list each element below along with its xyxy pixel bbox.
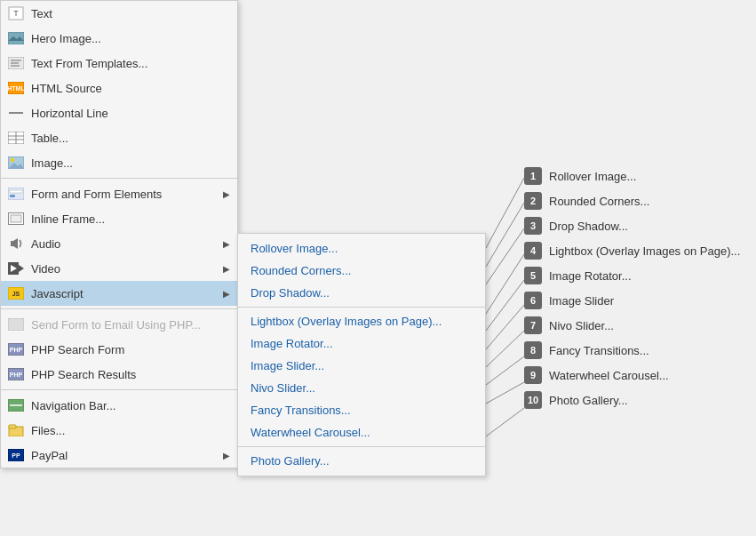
svg-rect-20 [10,195,15,197]
menu-item-form[interactable]: Form and Form Elements ▶ [1,181,237,206]
javascript-label: Javascript [31,287,223,300]
menu-item-video[interactable]: Video ▶ [1,256,237,281]
files-icon [6,421,26,439]
svg-line-40 [486,178,524,248]
nav-bar-label: Navigation Bar... [31,399,230,412]
submenu-image-rotator[interactable]: Image Rotator... [238,332,485,355]
hero-image-icon [6,29,26,47]
svg-rect-19 [10,190,22,193]
tooltip-item-8: 8Fancy Transitions... [524,341,740,359]
tooltip-label-6: Image Slider [549,294,614,308]
audio-icon [6,235,26,252]
tooltip-badge-2: 2 [524,192,542,210]
menu-item-horizontal-line[interactable]: Horizontal Line [1,100,237,125]
tooltip-badge-6: 6 [524,292,542,309]
menu-item-image[interactable]: Image... [1,150,237,175]
svg-rect-18 [8,188,24,200]
paypal-label: PayPal [31,449,223,462]
video-icon [6,260,26,277]
menu-item-php-search[interactable]: PHP PHP Search Form [1,337,237,362]
javascript-arrow: ▶ [223,289,230,299]
menu-item-audio[interactable]: Audio ▶ [1,231,237,256]
tooltip-badge-9: 9 [524,366,542,384]
audio-label: Audio [31,237,223,251]
submenu-waterwheel[interactable]: Waterwheel Carousel... [238,421,485,444]
form-icon [6,185,26,203]
tooltip-item-3: 3Drop Shadow... [524,217,740,235]
audio-arrow: ▶ [223,239,230,249]
submenu-divider-1 [238,307,485,308]
tooltip-label-3: Drop Shadow... [549,220,628,233]
svg-marker-25 [19,265,24,272]
menu-item-text-templates[interactable]: Text From Templates... [1,51,237,76]
submenu-drop-shadow[interactable]: Drop Shadow... [238,282,485,304]
menu-item-iframe[interactable]: Inline Frame... [1,206,237,231]
html-source-label: HTML Source [31,82,230,95]
tooltip-item-6: 6Image Slider [524,292,740,309]
tooltip-label-2: Rounded Corners... [549,195,649,208]
submenu-image-slider[interactable]: Image Slider... [238,355,485,377]
menu-item-nav-bar[interactable]: Navigation Bar... [1,393,237,418]
tooltip-item-9: 9Waterwheel Carousel... [524,366,740,384]
image-icon [6,154,26,172]
svg-line-45 [486,305,524,349]
submenu-lightbox[interactable]: Lightbox (Overlay Images on Page)... [238,310,485,332]
menu-item-html-source[interactable]: HTML HTML Source [1,76,237,100]
video-label: Video [31,262,223,276]
submenu-divider-2 [238,446,485,447]
javascript-icon: JS [6,284,26,302]
divider-1 [1,178,237,179]
tooltip-item-4: 4Lightbox (Overlay Images on Page)... [524,242,740,260]
svg-line-41 [486,203,524,267]
menu-item-hero-image[interactable]: Hero Image... [1,26,237,51]
menu-item-php-results[interactable]: PHP PHP Search Results [1,362,237,387]
submenu-nivo-slider[interactable]: Nivo Slider... [238,377,485,399]
iframe-icon [6,210,26,228]
menu-item-files[interactable]: Files... [1,418,237,443]
tooltip-item-5: 5Image Rotator... [524,267,740,284]
tooltip-item-2: 2Rounded Corners... [524,192,740,210]
php-results-icon: PHP [6,365,26,383]
svg-line-47 [486,356,524,385]
send-form-icon [6,316,26,333]
divider-3 [1,389,237,390]
menu-item-paypal[interactable]: PP PayPal ▶ [1,443,237,468]
iframe-label: Inline Frame... [31,212,230,226]
svg-line-44 [486,280,524,331]
tooltip-badge-3: 3 [524,217,542,235]
php-search-label: PHP Search Form [31,343,230,356]
submenu-photo-gallery[interactable]: Photo Gallery... [238,450,485,472]
tooltip-label-4: Lightbox (Overlay Images on Page)... [549,244,740,258]
paypal-icon: PP [6,446,26,464]
submenu-rollover-image[interactable]: Rollover Image... [238,237,485,260]
svg-line-43 [486,254,524,314]
main-menu: T Text Hero Image... Text From Templates… [0,0,238,468]
text-icon: T [6,4,26,22]
send-form-label: Send Form to Email Using PHP... [31,318,230,332]
submenu-fancy-transitions[interactable]: Fancy Transitions... [238,399,485,421]
svg-line-49 [486,408,524,436]
tooltip-panel: 1Rollover Image...2Rounded Corners...3Dr… [524,167,740,416]
submenu-rounded-corners[interactable]: Rounded Corners... [238,260,485,282]
menu-item-text[interactable]: T Text [1,1,237,26]
php-results-label: PHP Search Results [31,368,230,381]
paypal-arrow: ▶ [223,451,230,460]
tooltip-badge-5: 5 [524,267,542,284]
svg-rect-29 [8,318,24,331]
tooltip-label-8: Fancy Transitions... [549,344,649,357]
svg-line-48 [486,382,524,404]
javascript-submenu: Rollover Image... Rounded Corners... Dro… [237,233,486,476]
menu-item-table[interactable]: Table... [1,125,237,150]
hero-image-label: Hero Image... [31,32,230,45]
files-label: Files... [31,424,230,437]
table-label: Table... [31,132,230,145]
horizontal-line-label: Horizontal Line [31,107,230,120]
html-icon: HTML [6,79,26,97]
tooltip-label-1: Rollover Image... [549,170,636,183]
menu-item-javascript[interactable]: JS Javascript ▶ [1,281,237,306]
svg-line-42 [486,228,524,284]
tooltip-item-7: 7Nivo Slider... [524,316,740,334]
image-label: Image... [31,156,230,170]
svg-rect-2 [8,32,24,44]
form-arrow: ▶ [223,189,230,199]
